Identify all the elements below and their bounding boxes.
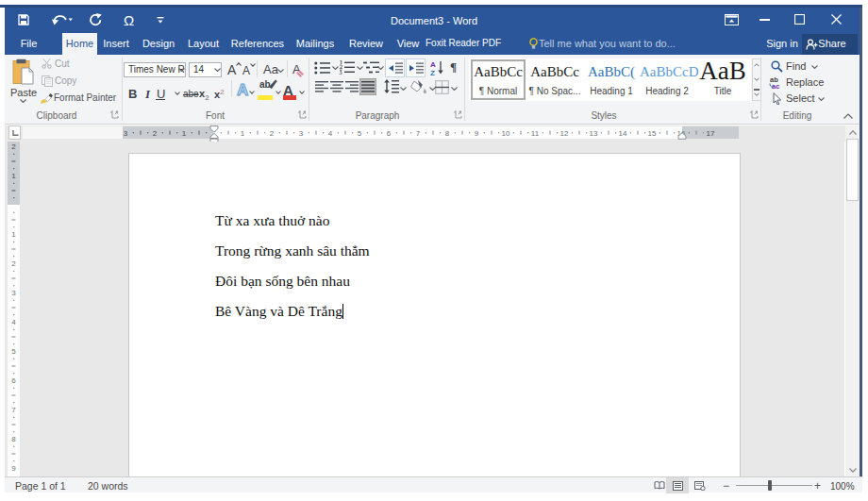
svg-text:2: 2 (11, 142, 16, 151)
svg-text:5: 5 (358, 129, 362, 138)
svg-text:4: 4 (328, 129, 333, 138)
svg-text:7: 7 (416, 129, 421, 138)
svg-text:12: 12 (560, 129, 569, 138)
svg-text:1: 1 (182, 129, 187, 138)
svg-text:3: 3 (299, 129, 304, 138)
svg-text:17: 17 (707, 129, 715, 138)
svg-text:1: 1 (11, 172, 16, 180)
svg-text:8: 8 (445, 129, 450, 138)
svg-text:1: 1 (11, 230, 16, 239)
svg-text:6: 6 (387, 129, 392, 138)
svg-text:ac: ac (772, 82, 779, 90)
svg-text:2: 2 (153, 129, 158, 138)
svg-text:2: 2 (270, 129, 275, 138)
svg-text:4: 4 (11, 318, 16, 326)
svg-text:14: 14 (619, 129, 627, 138)
svg-text:1: 1 (241, 129, 245, 138)
svg-text:10: 10 (502, 129, 510, 138)
svg-text:8: 8 (11, 435, 16, 443)
svg-text:7: 7 (11, 406, 16, 414)
svg-text:11: 11 (531, 129, 540, 138)
svg-text:6: 6 (11, 376, 16, 385)
svg-text:Z: Z (430, 69, 435, 76)
svg-text:15: 15 (648, 129, 657, 138)
svg-text:5: 5 (11, 347, 16, 356)
svg-text:3: 3 (124, 129, 128, 138)
svg-text:13: 13 (590, 129, 598, 138)
svg-text:9: 9 (475, 129, 479, 138)
svg-text:9: 9 (11, 464, 16, 473)
svg-text:3: 3 (11, 289, 16, 297)
svg-text:2: 2 (11, 259, 16, 268)
svg-text:A: A (430, 60, 436, 69)
